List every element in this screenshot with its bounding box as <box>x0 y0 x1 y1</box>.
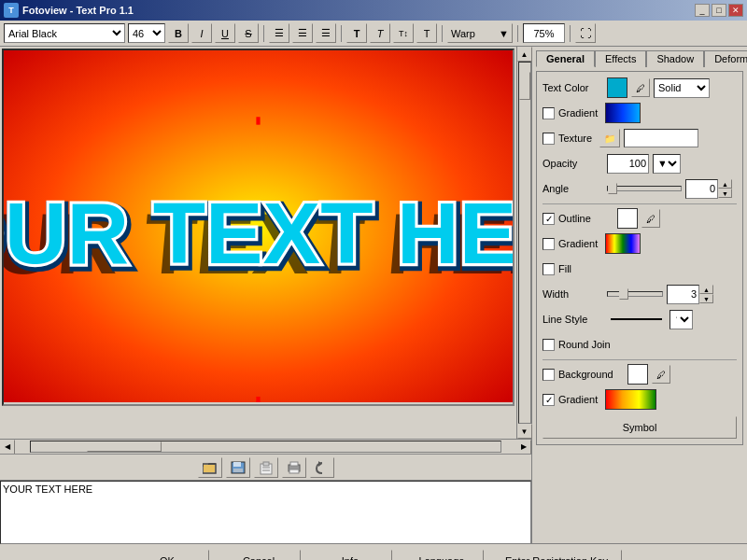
line-style-preview <box>611 318 662 320</box>
titlebar-controls[interactable]: _ □ ✕ <box>695 4 743 17</box>
align-right-button[interactable]: ☰ <box>316 23 336 43</box>
line-style-label: Line Style <box>543 314 603 325</box>
angle-spinner: ▲ ▼ <box>718 179 732 198</box>
width-input[interactable] <box>667 285 699 304</box>
italic-button[interactable]: I <box>191 23 212 43</box>
round-join-label: Round Join <box>558 339 611 350</box>
angle-spin-up[interactable]: ▲ <box>718 179 732 189</box>
width-slider[interactable] <box>607 291 663 297</box>
width-spinner: ▲ ▼ <box>699 285 713 303</box>
tab-shadow[interactable]: Shadow <box>646 50 704 67</box>
gradient1-checkbox[interactable] <box>543 107 555 119</box>
hscroll-left[interactable]: ◀ <box>0 440 15 455</box>
opacity-unit-select[interactable]: ▼ <box>653 154 681 174</box>
vscroll-up[interactable]: ▲ <box>517 47 532 62</box>
angle-thumb[interactable] <box>608 183 617 194</box>
text-style-button1[interactable]: T <box>346 23 367 43</box>
font-select[interactable]: Arial Black <box>4 23 125 43</box>
hscroll-thumb[interactable] <box>87 441 162 452</box>
text-input[interactable]: YOUR TEXT HERE <box>0 481 531 544</box>
align-left-button[interactable]: ☰ <box>269 23 289 43</box>
bottom-handle[interactable] <box>256 397 260 402</box>
width-thumb[interactable] <box>619 288 628 300</box>
tab-deform[interactable]: Deform <box>704 50 747 67</box>
text-style-button2[interactable]: T <box>370 23 390 43</box>
outline-color-swatch[interactable] <box>617 208 638 229</box>
vscroll-track[interactable] <box>518 62 531 424</box>
language-button[interactable]: Language <box>400 550 484 561</box>
angle-input[interactable] <box>685 179 718 199</box>
tab-general[interactable]: General <box>536 50 595 67</box>
text-color-eyedropper[interactable]: 🖊 <box>631 78 650 97</box>
maximize-button[interactable]: □ <box>712 4 726 17</box>
bg-svg: YOUR TEXT HERE YOUR TEXT HERE YOUR TEXT … <box>4 50 513 402</box>
hscroll-right[interactable]: ▶ <box>516 440 531 455</box>
width-row: Width ▲ ▼ <box>543 284 737 304</box>
ok-button[interactable]: OK <box>125 550 209 561</box>
opacity-input[interactable] <box>607 154 649 174</box>
warp-dropdown[interactable]: Warp ▼ <box>447 23 513 43</box>
fullscreen-button[interactable]: ⛶ <box>575 23 596 43</box>
outline-checkbox[interactable] <box>543 213 555 225</box>
clipboard-button[interactable] <box>254 457 278 478</box>
open-button[interactable] <box>198 457 222 478</box>
hscroll-track[interactable] <box>30 441 501 453</box>
register-button[interactable]: Enter Registration Key <box>491 550 622 561</box>
symbol-button[interactable]: Symbol <box>543 416 737 439</box>
save-button[interactable] <box>226 457 250 478</box>
tab-effects[interactable]: Effects <box>595 50 646 67</box>
texture-checkbox[interactable] <box>543 133 555 145</box>
text-style-button4[interactable]: T <box>416 23 437 43</box>
outline-eyedropper[interactable]: 🖊 <box>641 209 660 228</box>
texture-folder-btn[interactable]: 📁 <box>599 129 620 147</box>
close-button[interactable]: ✕ <box>728 4 743 17</box>
width-spin-down[interactable]: ▼ <box>699 294 713 303</box>
zoom-input[interactable] <box>523 23 565 43</box>
texture-path-input[interactable] <box>624 129 698 147</box>
left-panel: YOUR TEXT HERE YOUR TEXT HERE YOUR TEXT … <box>0 47 532 543</box>
bold-button[interactable]: B <box>168 23 189 43</box>
vscroll-down[interactable]: ▼ <box>517 424 532 439</box>
minimize-button[interactable]: _ <box>695 4 710 17</box>
top-handle[interactable] <box>256 117 260 124</box>
outline-label: Outline <box>558 213 610 224</box>
bottom-toolbar <box>0 454 531 480</box>
width-spin-up[interactable]: ▲ <box>699 285 713 294</box>
color-mode-select[interactable]: Solid Gradient <box>654 78 710 98</box>
gradient1-swatch[interactable] <box>605 103 641 123</box>
gradient3-swatch[interactable] <box>605 389 656 410</box>
app-icon: T <box>4 3 19 18</box>
strikethrough-button[interactable]: S <box>238 23 259 43</box>
svg-marker-13 <box>318 461 322 467</box>
text-color-swatch[interactable] <box>607 77 627 98</box>
fill-checkbox[interactable] <box>543 263 555 275</box>
canvas-container[interactable]: YOUR TEXT HERE YOUR TEXT HERE YOUR TEXT … <box>2 49 514 406</box>
gradient1-row: Gradient <box>543 103 737 123</box>
align-center-button[interactable]: ☰ <box>292 23 313 43</box>
angle-spin-down[interactable]: ▼ <box>718 189 732 198</box>
gradient3-checkbox[interactable] <box>543 394 555 406</box>
fill-row: Fill <box>543 259 737 279</box>
texture-label: Texture <box>558 133 592 144</box>
angle-input-group: ▲ ▼ <box>685 179 732 199</box>
background-eyedropper[interactable]: 🖊 <box>652 365 670 384</box>
outline-gradient-label: Gradient <box>558 238 598 249</box>
outline-gradient-swatch[interactable] <box>605 233 641 254</box>
cancel-button[interactable]: Cancel <box>217 550 301 561</box>
size-select[interactable]: 46 <box>128 23 165 43</box>
outline-gradient-checkbox[interactable] <box>543 238 555 250</box>
round-join-checkbox[interactable] <box>543 339 555 351</box>
vertical-scrollbar: ▲ ▼ <box>516 47 531 439</box>
print-button[interactable] <box>282 457 306 478</box>
angle-slider[interactable] <box>607 186 682 191</box>
tabs: General Effects Shadow Deform <box>536 50 743 67</box>
right-panel: General Effects Shadow Deform Text Color… <box>532 47 747 543</box>
vscroll-thumb[interactable] <box>519 72 530 100</box>
text-style-button3[interactable]: T↕ <box>393 23 414 43</box>
background-checkbox[interactable] <box>543 369 555 381</box>
background-color-swatch[interactable] <box>627 364 648 385</box>
underline-button[interactable]: U <box>215 23 235 43</box>
undo-button[interactable] <box>310 457 334 478</box>
info-button[interactable]: Info <box>308 550 392 561</box>
line-style-select[interactable]: ▼ <box>669 310 693 329</box>
